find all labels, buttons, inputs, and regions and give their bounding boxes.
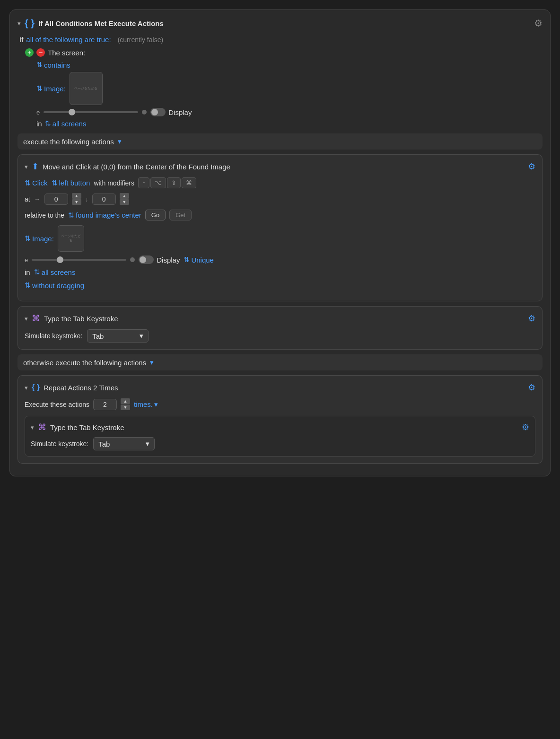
- action1-image-text: ページをたどる: [58, 232, 84, 245]
- times-stepper: ▲ ▼: [121, 398, 130, 410]
- condition-row: + − The screen:: [25, 48, 542, 57]
- nested-tab-keystroke-value: Tab: [98, 440, 110, 448]
- condition-image-preview[interactable]: ページをたどる: [70, 72, 103, 105]
- y-stepper-down[interactable]: ▼: [120, 199, 129, 205]
- cmd-icon: ⌘: [32, 313, 40, 324]
- all-screens-dropdown[interactable]: ⇅ all screens: [45, 119, 87, 128]
- display-toggle: Display: [150, 108, 192, 116]
- action1-slider-e-label: e: [25, 256, 28, 264]
- action1-slider-dot: [130, 257, 135, 262]
- qualifier-dropdown[interactable]: all of the following are true:: [26, 35, 111, 44]
- action1-image-row: ⇅ Image: ページをたどる: [25, 225, 535, 252]
- collapse-chevron-icon[interactable]: ▾: [18, 20, 21, 27]
- action1-all-screens-dropdown[interactable]: ⇅ all screens: [34, 268, 76, 276]
- if-text: If: [19, 35, 23, 44]
- x-input[interactable]: [44, 194, 68, 205]
- repeat-collapse-icon[interactable]: ▾: [25, 384, 28, 391]
- condition-slider[interactable]: [44, 111, 138, 113]
- simulate-row: Simulate keystroke: Tab ▾: [25, 329, 535, 343]
- action2-header: ▾ ⌘ Type the Tab Keystroke ⚙: [25, 313, 535, 324]
- remove-condition-button[interactable]: −: [36, 48, 45, 57]
- modifier-up-btn[interactable]: ↑: [138, 177, 150, 188]
- modifier-option-btn[interactable]: ⌥: [150, 177, 166, 188]
- execute-actions-bar: execute the following actions ▾: [18, 133, 542, 150]
- image-label-row: ⇅ Image: ページをたどる: [36, 72, 542, 105]
- click-button-row: ⇅ Click ⇅ left button with modifiers ↑ ⌥…: [25, 177, 535, 188]
- image-row: ⇅ Image: ページをたどる: [36, 72, 542, 105]
- otherwise-bar: otherwise execute the following actions …: [18, 354, 542, 370]
- contains-dropdown[interactable]: ⇅ contains: [36, 61, 70, 69]
- action2-gear-icon[interactable]: ⚙: [528, 313, 535, 324]
- times-label[interactable]: times. ▾: [134, 400, 158, 409]
- condition-all-screens-row: in ⇅ all screens: [36, 119, 542, 128]
- times-stepper-up[interactable]: ▲: [121, 398, 130, 404]
- x-stepper: ▲ ▼: [72, 193, 81, 205]
- tab-keystroke-value: Tab: [92, 332, 104, 340]
- times-input[interactable]: [93, 399, 117, 410]
- at-position-row: at → ▲ ▼ ↓ ▲ ▼: [25, 193, 535, 205]
- settings-gear-icon[interactable]: ⚙: [534, 18, 542, 29]
- times-stepper-down[interactable]: ▼: [121, 405, 130, 410]
- repeat-gear-icon[interactable]: ⚙: [528, 382, 535, 393]
- action1-image-dropdown[interactable]: ⇅ Image:: [25, 234, 54, 243]
- action2-collapse-icon[interactable]: ▾: [25, 315, 28, 322]
- nested-tab-select-chevron: ▾: [146, 440, 149, 448]
- simulate-label: Simulate keystroke:: [25, 332, 82, 340]
- relative-dropdown[interactable]: ⇅ found image's center: [68, 211, 141, 220]
- slider-dot: [142, 110, 147, 114]
- action1-gear-icon[interactable]: ⚙: [528, 161, 535, 172]
- nested-gear-icon[interactable]: ⚙: [522, 422, 529, 432]
- click-type-dropdown[interactable]: ⇅ left button: [52, 179, 90, 187]
- image-type-dropdown[interactable]: ⇅ Image:: [36, 84, 66, 93]
- display-label: Display: [168, 108, 192, 116]
- condition-header: If all of the following are true: (curre…: [18, 35, 542, 44]
- x-stepper-down[interactable]: ▼: [72, 199, 81, 205]
- tab-select-wrapper[interactable]: Tab ▾: [87, 329, 149, 343]
- display-toggle-switch[interactable]: [150, 108, 166, 116]
- go-button[interactable]: Go: [145, 210, 166, 220]
- execute-times-row: Execute these actions ▲ ▼ times. ▾: [25, 398, 535, 410]
- condition-image-thumb: ページをたどる: [70, 72, 103, 105]
- repeat-header: ▾ { } Repeat Actions 2 Times ⚙: [25, 382, 535, 393]
- title-left: ▾ { } If All Conditions Met Execute Acti…: [18, 18, 164, 29]
- execute-actions-label: execute the following actions: [23, 138, 114, 146]
- y-input[interactable]: [92, 194, 116, 205]
- nested-simulate-row: Simulate keystroke: Tab ▾: [31, 437, 529, 450]
- repeat-icon: { }: [32, 383, 40, 392]
- move-click-action-block: ▾ ⬆ Move and Click at (0,0) from the Cen…: [18, 154, 542, 301]
- nested-simulate-label: Simulate keystroke:: [31, 440, 88, 448]
- get-button[interactable]: Get: [169, 210, 192, 220]
- unique-dropdown[interactable]: ⇅ Unique: [184, 255, 214, 264]
- repeat-header-left: ▾ { } Repeat Actions 2 Times: [25, 383, 118, 392]
- y-stepper: ▲ ▼: [120, 193, 129, 205]
- modifier-shift-btn[interactable]: ⇧: [167, 177, 181, 188]
- action2-title: Type the Tab Keystroke: [44, 315, 118, 323]
- condition-icon: { }: [25, 18, 35, 29]
- execute-actions-dropdown[interactable]: ▾: [118, 137, 122, 146]
- action1-display-toggle: Display: [139, 255, 180, 264]
- otherwise-dropdown[interactable]: ▾: [150, 358, 154, 367]
- nested-tab-select-wrapper[interactable]: Tab ▾: [93, 437, 155, 450]
- action2-header-left: ▾ ⌘ Type the Tab Keystroke: [25, 313, 118, 324]
- add-condition-button[interactable]: +: [25, 48, 34, 57]
- x-stepper-up[interactable]: ▲: [72, 193, 81, 199]
- nested-collapse-icon[interactable]: ▾: [31, 424, 34, 431]
- slider-e-label: e: [36, 109, 40, 116]
- click-dropdown[interactable]: ⇅ Click: [25, 179, 48, 187]
- without-dragging-row: ⇅ without dragging: [25, 281, 535, 290]
- at-label: at: [25, 195, 30, 203]
- nested-header-left: ▾ ⌘ Type the Tab Keystroke: [31, 422, 124, 432]
- action1-slider[interactable]: [32, 259, 126, 261]
- page-title: If All Conditions Met Execute Actions: [38, 19, 164, 27]
- modifier-cmd-btn[interactable]: ⌘: [182, 177, 196, 188]
- dragging-dropdown[interactable]: ⇅ without dragging: [25, 281, 84, 290]
- action1-display-toggle-switch[interactable]: [139, 255, 154, 264]
- action1-image-preview[interactable]: ページをたどる: [58, 225, 84, 252]
- y-stepper-up[interactable]: ▲: [120, 193, 129, 199]
- action1-all-screens-row: in ⇅ all screens: [25, 268, 535, 276]
- tab-keystroke-block: ▾ ⌘ Type the Tab Keystroke ⚙ Simulate ke…: [18, 306, 542, 350]
- action1-title: Move and Click at (0,0) from the Center …: [43, 163, 230, 171]
- action1-collapse-icon[interactable]: ▾: [25, 163, 28, 170]
- in-label: in: [36, 120, 42, 128]
- action1-display-label: Display: [157, 256, 180, 264]
